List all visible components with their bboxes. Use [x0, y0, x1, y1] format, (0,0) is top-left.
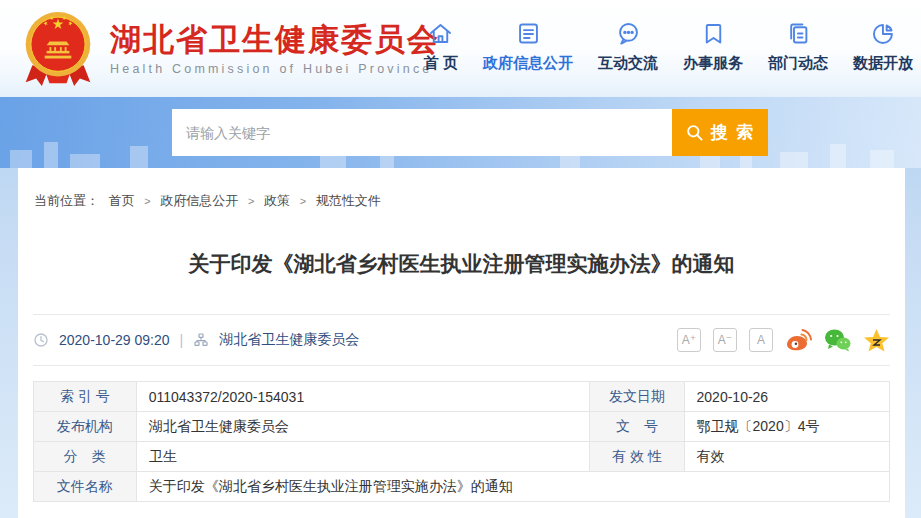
- pie-chart-icon: [870, 20, 897, 47]
- meta-label-doc-name: 文件名称: [34, 472, 137, 502]
- site-subtitle: Health Commission of Hubei Province: [110, 62, 440, 76]
- qzone-favorite-star-icon[interactable]: [863, 328, 890, 352]
- nav-item-dept-news[interactable]: 部门动态: [768, 20, 828, 73]
- article-meta-left: 2020-10-29 09:20 | 湖北省卫生健康委员会: [33, 331, 359, 349]
- search-input[interactable]: [172, 109, 672, 156]
- table-row: 索 引 号 011043372/2020-154031 发文日期 2020-10…: [34, 382, 890, 412]
- nav-label: 互动交流: [598, 54, 658, 73]
- breadcrumb-prefix: 当前位置：: [34, 193, 99, 208]
- breadcrumb-item-normative-docs[interactable]: 规范性文件: [316, 193, 381, 208]
- chat-icon: [615, 20, 642, 47]
- table-row: 文件名称 关于印发《湖北省乡村医生执业注册管理实施办法》的通知: [34, 472, 890, 502]
- article-meta-right: A⁺ A⁻ A: [677, 328, 890, 352]
- meta-label-doc-number: 文 号: [590, 412, 684, 442]
- nav-label: 数据开放: [853, 54, 913, 73]
- meta-label-publisher: 发布机构: [34, 412, 137, 442]
- font-larger-button[interactable]: A⁺: [677, 328, 701, 352]
- nav-item-gov-info[interactable]: 政府信息公开: [483, 20, 573, 73]
- bookmark-icon: [700, 20, 727, 47]
- document-icon: [515, 20, 542, 47]
- breadcrumb-separator: >: [300, 195, 306, 207]
- national-emblem-logo: [20, 8, 96, 90]
- table-row: 发布机构 湖北省卫生健康委员会 文 号 鄂卫规〔2020〕4号: [34, 412, 890, 442]
- search-icon: [685, 123, 704, 142]
- breadcrumb-separator: >: [144, 195, 150, 207]
- wechat-share-icon[interactable]: [824, 328, 851, 352]
- search-form: 搜 索: [172, 109, 768, 156]
- meta-value-validity: 有效: [684, 442, 889, 472]
- meta-label-index-number: 索 引 号: [34, 382, 137, 412]
- search-button[interactable]: 搜 索: [672, 109, 768, 156]
- search-button-label: 搜 索: [711, 121, 756, 144]
- table-row: 分 类 卫生 有 效 性 有效: [34, 442, 890, 472]
- source-sitemap-icon: [193, 332, 209, 348]
- site-brand[interactable]: 湖北省卫生健康委员会 Health Commission of Hubei Pr…: [20, 8, 440, 90]
- document-meta-table: 索 引 号 011043372/2020-154031 发文日期 2020-10…: [33, 381, 890, 502]
- nav-label: 部门动态: [768, 54, 828, 73]
- top-navigation: 首 页 政府信息公开 互动交流 办事服务 部门动态: [424, 20, 913, 73]
- nav-item-home[interactable]: 首 页: [424, 20, 458, 73]
- font-smaller-button[interactable]: A⁻: [713, 328, 737, 352]
- meta-value-category: 卫生: [136, 442, 590, 472]
- breadcrumb-item-home[interactable]: 首页: [109, 193, 135, 208]
- site-title: 湖北省卫生健康委员会: [110, 22, 440, 58]
- clock-icon: [33, 332, 49, 348]
- meta-separator: |: [180, 332, 184, 348]
- nav-item-services[interactable]: 办事服务: [683, 20, 743, 73]
- article-source: 湖北省卫生健康委员会: [219, 331, 359, 349]
- stacked-docs-icon: [785, 20, 812, 47]
- content-card: 当前位置： 首页 > 政府信息公开 > 政策 > 规范性文件 关于印发《湖北省乡…: [18, 168, 905, 518]
- meta-value-doc-number: 鄂卫规〔2020〕4号: [684, 412, 889, 442]
- breadcrumb-item-policy[interactable]: 政策: [264, 193, 290, 208]
- article-meta-row: 2020-10-29 09:20 | 湖北省卫生健康委员会 A⁺ A⁻ A: [33, 315, 890, 365]
- meta-value-publisher: 湖北省卫生健康委员会: [136, 412, 590, 442]
- breadcrumb: 当前位置： 首页 > 政府信息公开 > 政策 > 规范性文件: [18, 168, 905, 210]
- nav-label: 首 页: [424, 54, 458, 73]
- breadcrumb-separator: >: [248, 195, 254, 207]
- nav-item-interaction[interactable]: 互动交流: [598, 20, 658, 73]
- meta-label-validity: 有 效 性: [590, 442, 684, 472]
- publish-time: 2020-10-29 09:20: [59, 332, 170, 348]
- search-banner: 搜 索: [0, 97, 921, 168]
- home-icon: [427, 20, 454, 47]
- nav-label: 办事服务: [683, 54, 743, 73]
- meta-label-issue-date: 发文日期: [590, 382, 684, 412]
- weibo-share-icon[interactable]: [785, 328, 812, 352]
- brand-text: 湖北省卫生健康委员会 Health Commission of Hubei Pr…: [110, 22, 440, 77]
- divider: [33, 365, 890, 366]
- meta-label-category: 分 类: [34, 442, 137, 472]
- nav-label: 政府信息公开: [483, 54, 573, 73]
- meta-value-doc-name: 关于印发《湖北省乡村医生执业注册管理实施办法》的通知: [136, 472, 889, 502]
- article-title: 关于印发《湖北省乡村医生执业注册管理实施办法》的通知: [18, 250, 905, 278]
- font-reset-button[interactable]: A: [749, 328, 773, 352]
- site-header: 湖北省卫生健康委员会 Health Commission of Hubei Pr…: [0, 0, 921, 97]
- meta-value-index-number: 011043372/2020-154031: [136, 382, 590, 412]
- meta-value-issue-date: 2020-10-26: [684, 382, 889, 412]
- breadcrumb-item-gov-info[interactable]: 政府信息公开: [160, 193, 238, 208]
- nav-item-open-data[interactable]: 数据开放: [853, 20, 913, 73]
